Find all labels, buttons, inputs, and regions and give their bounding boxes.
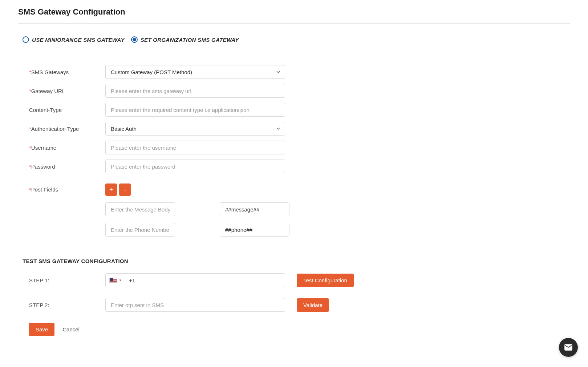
post-fields-section: *Post Fields + -	[29, 184, 570, 237]
password-row: *Password	[29, 160, 570, 173]
post-field-key-0[interactable]	[105, 202, 175, 216]
chevron-down-icon: ▼	[119, 279, 122, 282]
content-type-input[interactable]	[105, 103, 285, 117]
gateway-mode-radio-group: USE MINIORANGE SMS GATEWAY SET ORGANIZAT…	[18, 36, 570, 43]
post-fields-buttons: + -	[105, 184, 289, 196]
test-configuration-button[interactable]: Test Configuration	[297, 274, 354, 287]
us-flag-icon	[109, 278, 117, 283]
radio-miniorange-gateway[interactable]: USE MINIORANGE SMS GATEWAY	[23, 36, 125, 43]
auth-type-row: *Authentication Type Basic Auth	[29, 122, 570, 136]
username-input[interactable]	[105, 141, 285, 154]
post-fields-controls: + -	[105, 184, 289, 237]
test-step1-row: STEP 1: ▼ Test Configuration	[18, 273, 570, 287]
gateway-url-input[interactable]	[105, 84, 285, 98]
post-field-value-0[interactable]	[220, 202, 289, 216]
post-field-row-0	[105, 202, 289, 216]
post-fields-label: *Post Fields	[29, 184, 105, 193]
radio-circle-selected-icon	[131, 36, 138, 43]
validate-button[interactable]: Validate	[297, 298, 329, 312]
phone-number-input[interactable]	[125, 277, 285, 283]
username-row: *Username	[29, 141, 570, 154]
chat-widget-button[interactable]	[559, 338, 578, 343]
password-input[interactable]	[105, 160, 285, 173]
username-label: *Username	[29, 145, 105, 151]
country-flag-select[interactable]: ▼	[106, 278, 125, 283]
sms-gateways-label: *SMS Gateways	[29, 69, 105, 75]
radio-organization-gateway[interactable]: SET ORGANIZATION SMS GATEWAY	[131, 36, 239, 43]
content-type-label: Content-Type	[29, 107, 105, 113]
mail-icon	[564, 343, 573, 343]
auth-type-label: *Authentication Type	[29, 126, 105, 132]
test-heading: TEST SMS GATEWAY CONFIGURATION	[23, 258, 570, 264]
step2-label: STEP 2:	[29, 302, 105, 308]
auth-type-select[interactable]: Basic Auth	[105, 122, 285, 136]
post-field-row-1	[105, 223, 289, 237]
test-step2-row: STEP 2: Validate	[18, 298, 570, 312]
otp-input[interactable]	[105, 298, 285, 312]
radio-miniorange-label: USE MINIORANGE SMS GATEWAY	[32, 37, 125, 43]
sms-gateways-row: *SMS Gateways Custom Gateway (POST Metho…	[29, 65, 570, 79]
radio-circle-icon	[23, 36, 29, 43]
post-field-value-1[interactable]	[220, 223, 289, 237]
post-field-key-1[interactable]	[105, 223, 175, 237]
divider-above-test	[23, 247, 565, 247]
phone-input-wrap: ▼	[105, 273, 285, 287]
step1-label: STEP 1:	[29, 277, 105, 283]
gateway-form: *SMS Gateways Custom Gateway (POST Metho…	[18, 65, 570, 237]
title-divider	[18, 23, 570, 24]
radio-organization-label: SET ORGANIZATION SMS GATEWAY	[141, 37, 239, 43]
add-field-button[interactable]: +	[105, 184, 117, 196]
gateway-url-label: *Gateway URL	[29, 88, 105, 94]
page-title: SMS Gateway Configuration	[18, 7, 570, 17]
gateway-url-row: *Gateway URL	[29, 84, 570, 98]
content-type-row: Content-Type	[29, 103, 570, 117]
section-divider	[23, 54, 565, 54]
save-button[interactable]: Save	[29, 323, 54, 336]
remove-field-button[interactable]: -	[119, 184, 131, 196]
sms-gateways-select[interactable]: Custom Gateway (POST Method)	[105, 65, 285, 79]
password-label: *Password	[29, 164, 105, 170]
cancel-button[interactable]: Cancel	[62, 326, 80, 332]
footer-actions: Save Cancel	[18, 323, 570, 336]
